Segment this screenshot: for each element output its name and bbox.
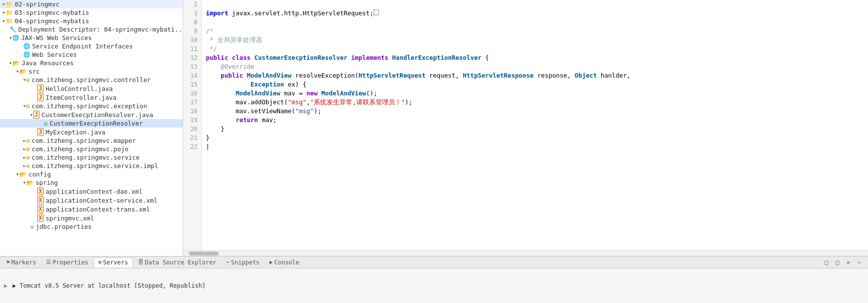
code-line: * 全局异常处理器	[206, 36, 864, 44]
tree-item-config[interactable]: ▾ 📂config	[0, 170, 183, 178]
tree-item-CustomerExecptionResolver-java[interactable]: ▾ JCustomerExecptionResolver.java	[0, 110, 183, 119]
server-entry: ▶▶ Tomcat v8.5 Server at localhost [Stop…	[4, 282, 205, 289]
console-tab-label: Console	[274, 259, 299, 266]
tree-item-MyException[interactable]: JMyException.java	[0, 128, 183, 136]
line-number: 11	[187, 44, 197, 53]
code-line: public ModelAndView resolveException(Htt…	[206, 71, 864, 80]
tree-item-pkg-pojo[interactable]: ▸ ⊞com.itzheng.springmvc.pojo	[0, 145, 183, 153]
tree-item-ItemController[interactable]: JItemController.java	[0, 93, 183, 102]
chevron-icon: ▾	[23, 179, 26, 186]
line-number: 13	[187, 62, 197, 71]
bottom-tab-markers[interactable]: ⚑Markers	[2, 258, 41, 267]
bottom-tab-servers[interactable]: ⚙Servers	[94, 258, 132, 267]
tree-item-label: config	[29, 171, 51, 178]
code-line: public class CustomerExecptionResolver i…	[206, 53, 864, 62]
snippets-tab-icon: ✂	[226, 259, 230, 265]
package-icon: ⊞	[26, 163, 30, 170]
server-label: ▶ Tomcat v8.5 Server at localhost [Stopp…	[12, 282, 205, 289]
code-line: mav.addObject("msg","系统发生异常,请联系管理员！");	[206, 98, 864, 107]
tree-item-appContext-service[interactable]: XapplicationContext-service.xml	[0, 196, 183, 205]
chevron-icon	[37, 120, 44, 127]
tree-item-pkg-controller[interactable]: ▾ ⊞com.itzheng.springmvc.controller	[0, 76, 183, 84]
code-line	[206, 18, 864, 27]
line-number: 9	[187, 27, 197, 36]
tree-item-label: JAX-WS Web Services	[21, 34, 92, 42]
line-number: 12	[187, 53, 197, 62]
java-icon: J	[37, 128, 44, 136]
tree-item-jax-ws[interactable]: ▾ 🌐JAX-WS Web Services	[0, 34, 183, 42]
bottom-tab-datasource[interactable]: 🗄Data Source Explorer	[134, 258, 221, 267]
tree-item-02-springmvc[interactable]: ▾ 📁02-springmvc	[0, 0, 183, 8]
tree-item-src[interactable]: ▾ 📂src	[0, 67, 183, 76]
tree-item-web-services[interactable]: 🌐Web Services	[0, 50, 183, 59]
bottom-tab-console[interactable]: ▶Console	[265, 258, 304, 267]
package-icon: ⊞	[26, 77, 30, 84]
bottom-toolbar: □□×−	[821, 258, 866, 267]
tree-item-label: jdbc.properties	[36, 223, 92, 230]
chevron-icon: ▾	[23, 103, 26, 109]
chevron-icon	[30, 94, 37, 101]
line-number: 17	[187, 98, 197, 107]
tree-item-label: applicationContext-trans.xml	[46, 206, 150, 213]
folder-icon: 📂	[12, 60, 20, 67]
server-start-icon: ▶	[4, 282, 7, 289]
bottom-content: ▶▶ Tomcat v8.5 Server at localhost [Stop…	[0, 268, 868, 303]
line-number: 2	[187, 0, 197, 9]
bottom-tab-properties[interactable]: ☰Properties	[42, 258, 93, 267]
line-number: 10	[187, 36, 197, 44]
toolbar-btn-3[interactable]: −	[854, 258, 864, 267]
tree-item-deployment-descriptor[interactable]: 🔧Deployment Descriptor: 04-springmvc-myb…	[0, 25, 183, 34]
tree-item-CustomerExecptionResolver-class[interactable]: ◎CustomerExecptionResolver	[0, 119, 183, 128]
chevron-icon	[30, 129, 37, 136]
service-icon: 🌐	[23, 51, 30, 58]
tree-item-springmvc-xml[interactable]: Xspringmvc.xml	[0, 214, 183, 222]
horizontal-scrollbar[interactable]	[183, 250, 868, 256]
tree-item-HelloControll[interactable]: JHelloControll.java	[0, 84, 183, 93]
tree-item-03-springmvc-mybatis[interactable]: ▾ 📁03-springmvc-mybatis	[0, 8, 183, 17]
tree-item-java-resources[interactable]: ▾ 📂Java Resources	[0, 59, 183, 67]
toolbar-btn-0[interactable]: □	[821, 258, 831, 267]
tree-item-jdbc-props[interactable]: ≡jdbc.properties	[0, 222, 183, 231]
scrollbar-thumb[interactable]	[189, 252, 219, 256]
line-number: 14	[187, 71, 197, 80]
tree-item-label: Web Services	[32, 51, 77, 58]
tree-item-label: Deployment Descriptor: 04-springmvc-myba…	[18, 26, 183, 33]
chevron-icon	[23, 223, 30, 230]
line-number: 21	[187, 133, 197, 142]
service-icon: 🌐	[23, 43, 30, 49]
servers-tab-icon: ⚙	[98, 259, 101, 265]
code-line: mav.setViewName("msg");	[206, 107, 864, 116]
chevron-icon	[30, 206, 37, 213]
folder-icon: 📂	[19, 68, 27, 75]
tree-item-label: com.itzheng.springmvc.service	[32, 154, 140, 161]
tree-item-pkg-mapper[interactable]: ▸ ⊞com.itzheng.springmvc.mapper	[0, 136, 183, 145]
chevron-icon: ▸	[23, 146, 26, 152]
chevron-icon	[30, 85, 37, 92]
chevron-icon: ▾	[2, 18, 5, 24]
chevron-icon: ▾	[16, 68, 19, 75]
bottom-tab-snippets[interactable]: ✂Snippets	[222, 258, 264, 267]
toolbar-btn-1[interactable]: □	[832, 258, 842, 267]
tree-item-label: com.itzheng.springmvc.mapper	[32, 137, 136, 144]
editor-wrapper: 238910111213141516171819202122 import ja…	[183, 0, 868, 256]
tree-item-service-endpoint[interactable]: 🌐Service Endpoint Interfaces	[0, 42, 183, 50]
editor: 238910111213141516171819202122 import ja…	[183, 0, 868, 256]
project-icon: 📁	[5, 9, 13, 16]
toolbar-btn-2[interactable]: ×	[843, 258, 853, 267]
tree-item-label: Service Endpoint Interfaces	[32, 43, 133, 50]
code-content[interactable]: import javax.servlet.http.HttpServletReq…	[202, 0, 868, 250]
tree-item-appContext-trans[interactable]: XapplicationContext-trans.xml	[0, 205, 183, 214]
tree-item-appContext-dao[interactable]: XapplicationContext-dao.xml	[0, 187, 183, 196]
chevron-icon: ▸	[23, 137, 26, 144]
tree-item-pkg-service[interactable]: ▸ ⊞com.itzheng.springmvc.service	[0, 153, 183, 162]
tree-item-pkg-service-impl[interactable]: ▸ ⊞com.itzheng.springmvc.service.impl	[0, 162, 183, 170]
tree-item-04-springmvc-mybatis[interactable]: ▾ 📁04-springmvc-mybatis	[0, 17, 183, 25]
chevron-icon: ▾	[23, 77, 26, 83]
tree-item-pkg-exception[interactable]: ▾ ⊞com.itzheng.springmvc.exception	[0, 102, 183, 110]
tree-item-spring[interactable]: ▾ 📂spring	[0, 178, 183, 187]
xml-icon: X	[37, 196, 44, 204]
code-line: import javax.servlet.http.HttpServletReq…	[206, 9, 864, 18]
tree-item-label: com.itzheng.springmvc.service.impl	[32, 162, 158, 170]
tree-item-label: spring	[36, 179, 58, 186]
line-number: 8	[187, 18, 197, 27]
